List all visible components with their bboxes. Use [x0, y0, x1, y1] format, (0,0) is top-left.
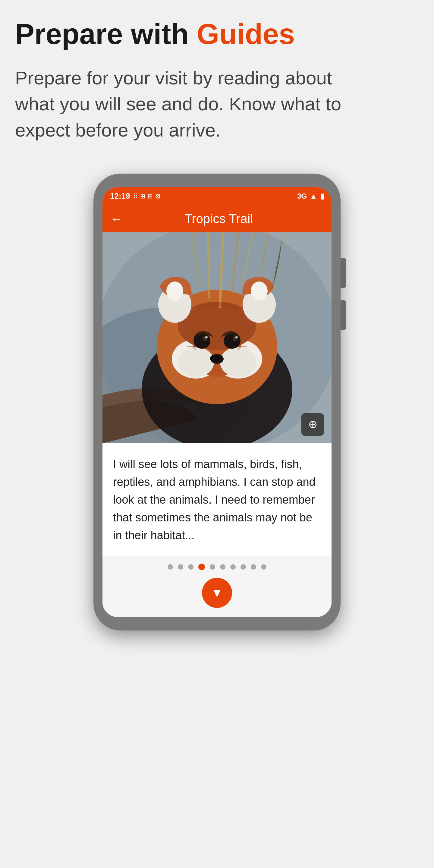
bottom-area: ▼: [102, 578, 332, 617]
image-area: ⊕: [102, 232, 332, 443]
phone-device: 12:19 ⠿ ⊞ ⊟ ⊠ 3G ▲ ▮ ← Tropics Trai: [93, 174, 341, 630]
pagination-dot-7[interactable]: [241, 564, 246, 569]
back-button[interactable]: ←: [110, 213, 123, 225]
pagination-dots: [102, 556, 332, 578]
main-title: Prepare with Guides: [15, 18, 407, 50]
phone-screen: 12:19 ⠿ ⊞ ⊟ ⊠ 3G ▲ ▮ ← Tropics Trai: [102, 187, 332, 617]
svg-point-19: [205, 336, 208, 338]
phone-container: 12:19 ⠿ ⊞ ⊟ ⊠ 3G ▲ ▮ ← Tropics Trai: [15, 174, 419, 630]
status-bar-left: 12:19 ⠿ ⊞ ⊟ ⊠: [110, 191, 160, 201]
red-panda-image: [102, 232, 332, 443]
svg-point-14: [251, 281, 268, 301]
music-icon: ⊠: [155, 193, 160, 200]
zoom-icon: ⊕: [308, 418, 317, 431]
pagination-dot-8[interactable]: [251, 564, 256, 569]
pagination-dot-5[interactable]: [220, 564, 225, 569]
svg-point-13: [166, 281, 183, 301]
signal-icon: ▲: [310, 192, 317, 200]
title-plain: Prepare with: [15, 18, 197, 50]
zoom-button[interactable]: ⊕: [301, 413, 324, 436]
status-time: 12:19: [110, 191, 130, 201]
pagination-dot-2[interactable]: [188, 564, 193, 569]
content-area: I will see lots of mammals, birds, fish,…: [102, 443, 332, 556]
svg-point-8: [178, 347, 214, 377]
pagination-dot-1[interactable]: [178, 564, 183, 569]
svg-point-9: [220, 347, 256, 377]
scroll-down-icon: ▼: [211, 586, 223, 600]
content-text: I will see lots of mammals, birds, fish,…: [113, 456, 321, 544]
scroll-down-button[interactable]: ▼: [202, 578, 232, 608]
pagination-dot-4[interactable]: [210, 564, 215, 569]
bluetooth-icon: ⊟: [148, 193, 153, 200]
title-highlight: Guides: [197, 18, 295, 50]
status-bar-right: 3G ▲ ▮: [297, 192, 324, 200]
app-bar-title: Tropics Trail: [132, 212, 306, 226]
pagination-dot-0[interactable]: [167, 564, 173, 569]
svg-point-22: [210, 354, 221, 362]
subtitle: Prepare for your visit by reading about …: [15, 65, 347, 144]
network-type: 3G: [297, 192, 307, 200]
status-bar: 12:19 ⠿ ⊞ ⊟ ⊠ 3G ▲ ▮: [102, 187, 332, 205]
app-bar: ← Tropics Trail: [102, 205, 332, 232]
pagination-dot-6[interactable]: [230, 564, 236, 569]
header-section: Prepare with Guides Prepare for your vis…: [15, 18, 407, 144]
pagination-dot-9[interactable]: [261, 564, 267, 569]
vibrate-icon: ⠿: [133, 193, 138, 200]
pagination-dot-3[interactable]: [198, 564, 205, 570]
status-icons: ⠿ ⊞ ⊟ ⊠: [133, 193, 160, 200]
battery-icon: ▮: [320, 192, 324, 200]
headset-icon: ⊞: [140, 193, 145, 200]
